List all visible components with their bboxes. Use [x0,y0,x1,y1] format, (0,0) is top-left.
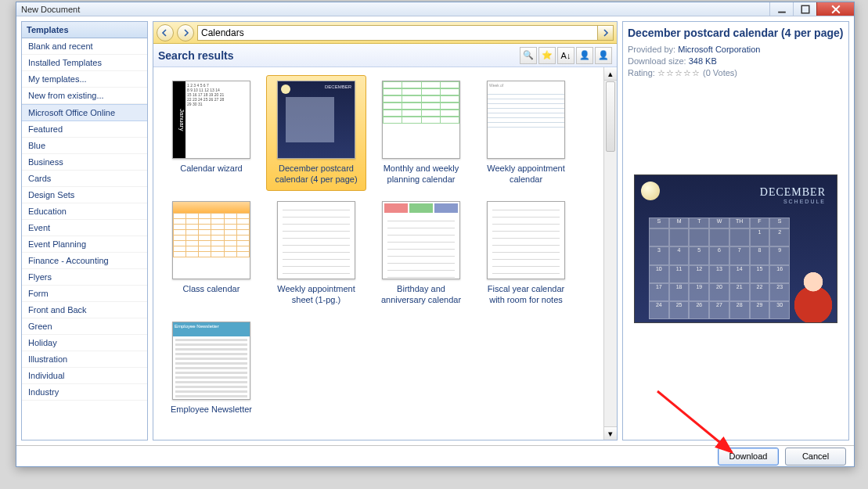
sidebar-item[interactable]: Blank and recent [22,38,147,55]
sidebar-item[interactable]: Front and Back [22,302,147,318]
sidebar-list[interactable]: Blank and recentInstalled TemplatesMy te… [22,38,147,440]
results-heading: Search results [158,49,234,62]
sidebar-item[interactable]: Featured [22,121,147,138]
tile-thumbnail [487,201,565,279]
template-tile[interactable]: DECEMBERDecember postcard calendar (4 pe… [266,75,366,191]
template-tile[interactable]: Monthly and weekly planning calendar [371,75,471,191]
preview-calendar-grid: SMTWTHFS12345678910111213141516171819202… [649,218,790,319]
template-tile[interactable]: Class calendar [161,196,261,311]
results-area: January1 2 3 4 5 6 78 9 10 11 12 13 1415… [153,67,617,440]
tile-thumbnail: DECEMBER [277,81,355,159]
window-buttons [769,2,854,16]
download-button[interactable]: Download [718,448,779,466]
tile-caption: Weekly appointment calendar [480,164,572,185]
sidebar-item[interactable]: Individual [22,368,147,384]
tile-caption: Fiscal year calendar with room for notes [480,284,572,306]
close-button[interactable] [816,2,854,16]
detail-panel: December postcard calendar (4 per page) … [622,21,849,440]
sidebar-item[interactable]: Education [22,203,147,220]
tile-caption: Employee Newsletter [171,405,252,426]
sidebar-header: Templates [22,22,147,38]
cancel-button[interactable]: Cancel [785,448,846,466]
sidebar-item[interactable]: Design Sets [22,187,147,203]
scroll-down-icon[interactable]: ▾ [604,426,617,440]
tile-caption: Weekly appointment sheet (1-pg.) [270,284,362,306]
sidebar-item[interactable]: Event [22,220,147,236]
sidebar-item[interactable]: Blue [22,138,147,154]
tile-thumbnail: January1 2 3 4 5 6 78 9 10 11 12 13 1415… [172,81,250,159]
tile-thumbnail [382,81,460,159]
search-view-icon[interactable]: 🔍 [520,47,537,64]
tile-caption: Birthday and anniversary calendar [375,284,467,306]
sidebar-item[interactable]: Green [22,318,147,335]
minimize-button[interactable] [769,2,793,16]
results-grid[interactable]: January1 2 3 4 5 6 78 9 10 11 12 13 1415… [153,67,603,440]
tile-thumbnail [172,201,250,279]
template-tile[interactable]: Weekly appointment sheet (1-pg.) [266,196,366,311]
results-header: Search results 🔍 ⭐ A↓ 👤 👤 [153,44,617,67]
detail-preview: DECEMBER SCHEDULE SMTWTHFS12345678910111… [634,174,837,323]
template-tile[interactable]: January1 2 3 4 5 6 78 9 10 11 12 13 1415… [161,75,261,191]
admin-view-icon[interactable]: 👤 [595,47,612,64]
download-size: Download size: 348 KB [628,56,844,66]
tile-thumbnail: Employee Newsletter [172,322,250,400]
sidebar-item[interactable]: Industry [22,384,147,401]
user-view-icon[interactable]: 👤 [576,47,593,64]
scroll-thumb[interactable] [606,81,615,152]
sidebar-item[interactable]: Event Planning [22,236,147,253]
templates-sidebar: Templates Blank and recentInstalled Temp… [21,21,148,440]
sidebar-item[interactable]: Holiday [22,335,147,351]
sidebar-item[interactable]: My templates... [22,71,147,88]
sidebar-item[interactable]: Installed Templates [22,55,147,71]
nav-forward-button[interactable] [177,24,194,41]
tile-thumbnail [382,201,460,279]
tile-thumbnail [277,201,355,279]
sort-view-icon[interactable]: A↓ [557,47,574,64]
scroll-up-icon[interactable]: ▴ [604,67,617,81]
tile-caption: Calendar wizard [180,164,242,185]
svg-rect-1 [801,5,809,13]
template-tile[interactable]: Week ofWeekly appointment calendar [476,75,576,191]
sidebar-item[interactable]: New from existing... [22,88,147,104]
nav-back-button[interactable] [157,24,174,41]
template-tile[interactable]: Employee NewsletterEmployee Newsletter [161,316,261,432]
tile-thumbnail: Week of [487,81,565,159]
view-toolbar: 🔍 ⭐ A↓ 👤 👤 [520,47,612,64]
new-document-dialog: New Document Templates Blank and recentI… [16,2,855,467]
provided-by: Provided by: Microsoft Corporation [628,45,844,54]
detail-title: December postcard calendar (4 per page) [628,27,844,40]
sidebar-item[interactable]: Microsoft Office Online [22,104,147,121]
dialog-footer: Download Cancel [16,445,854,466]
results-scrollbar[interactable]: ▴ ▾ [603,67,617,440]
sidebar-item[interactable]: Business [22,154,147,171]
nav-bar [153,22,617,44]
tile-caption: Class calendar [183,284,240,306]
address-bar [197,25,614,41]
titlebar: New Document [16,2,854,16]
window-title: New Document [21,5,80,14]
tile-caption: December postcard calendar (4 per page) [270,164,362,185]
maximize-button[interactable] [793,2,816,16]
template-tile[interactable]: Birthday and anniversary calendar [371,196,471,311]
sidebar-item[interactable]: Cards [22,171,147,187]
sidebar-item[interactable]: Flyers [22,269,147,286]
address-input[interactable] [198,27,597,38]
go-button[interactable] [597,26,613,40]
sidebar-item[interactable]: Finance - Accounting [22,253,147,269]
sidebar-item[interactable]: Illustration [22,351,147,368]
favorite-view-icon[interactable]: ⭐ [538,47,556,64]
dialog-content: Templates Blank and recentInstalled Temp… [16,16,854,445]
tile-caption: Monthly and weekly planning calendar [375,164,467,185]
santa-icon [790,264,837,322]
main-panel: Search results 🔍 ⭐ A↓ 👤 👤 January1 2 3 4… [153,21,618,440]
sidebar-item[interactable]: Form [22,286,147,302]
template-tile[interactable]: Fiscal year calendar with room for notes [476,196,576,311]
star-icons: ☆☆☆☆☆ [657,68,701,77]
rating: Rating: ☆☆☆☆☆ (0 Votes) [628,68,844,78]
